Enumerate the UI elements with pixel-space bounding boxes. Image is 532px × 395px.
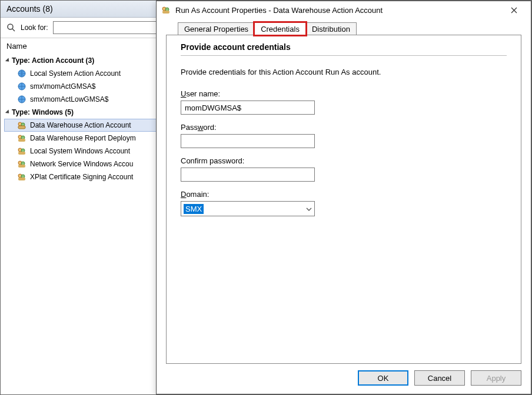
ok-button[interactable]: OK bbox=[358, 370, 408, 386]
username-input[interactable] bbox=[181, 101, 315, 115]
list-item-label: Data Warehouse Action Account bbox=[30, 121, 131, 129]
svg-rect-10 bbox=[18, 139, 25, 142]
tab-distribution[interactable]: Distribution bbox=[305, 22, 357, 35]
account-icon bbox=[17, 159, 26, 169]
svg-rect-13 bbox=[18, 152, 25, 155]
confirm-password-label: Confirm password: bbox=[181, 156, 507, 165]
svg-rect-16 bbox=[18, 165, 25, 168]
list-item-label: Local System Action Account bbox=[30, 69, 121, 78]
list-item[interactable]: Local System Action Account bbox=[4, 67, 173, 80]
list-item-label: smx\momActGMSA$ bbox=[30, 82, 95, 91]
domain-label: Domain: bbox=[181, 190, 507, 199]
account-icon bbox=[17, 146, 26, 156]
account-icon bbox=[17, 120, 26, 130]
domain-selected-value: SMX bbox=[184, 204, 204, 214]
credentials-blurb: Provide credentials for this Action Acco… bbox=[181, 68, 507, 76]
list-item[interactable]: smx\momActLowGMSA$ bbox=[4, 93, 173, 106]
username-label: User name: bbox=[181, 89, 507, 98]
globe-icon bbox=[17, 69, 26, 78]
titlebar[interactable]: Run As Account Properties - Data Warehou… bbox=[157, 1, 531, 19]
search-icon bbox=[6, 23, 16, 32]
group-action-account[interactable]: Type: Action Account (3) bbox=[4, 54, 173, 67]
list-item[interactable]: Data Warehouse Report Deploym bbox=[4, 132, 173, 145]
svg-rect-19 bbox=[18, 178, 25, 180]
list-item-label: smx\momActLowGMSA$ bbox=[30, 95, 108, 103]
list-item-label: XPlat Certificate Signing Account bbox=[30, 173, 133, 181]
name-column-header[interactable]: Name bbox=[1, 38, 177, 54]
list-item[interactable]: Data Warehouse Action Account bbox=[4, 119, 173, 132]
chevron-down-icon bbox=[306, 205, 312, 213]
confirm-password-input[interactable] bbox=[181, 168, 315, 182]
tab-general-properties[interactable]: General Properties bbox=[178, 22, 255, 35]
list-item[interactable]: Local System Windows Account bbox=[4, 145, 173, 158]
close-icon bbox=[511, 7, 517, 14]
password-input[interactable] bbox=[181, 134, 315, 148]
list-item[interactable]: smx\momActGMSA$ bbox=[4, 80, 173, 93]
password-label: Password: bbox=[181, 123, 507, 132]
accounts-panel: Accounts (8) Look for: Name Type: Action… bbox=[1, 1, 177, 394]
tab-credentials[interactable]: Credentials bbox=[254, 22, 306, 35]
tab-body: Provide account credentials Provide cred… bbox=[166, 35, 521, 364]
close-button[interactable] bbox=[501, 2, 526, 18]
dialog-title: Run As Account Properties - Data Warehou… bbox=[175, 6, 497, 15]
globe-icon bbox=[17, 95, 26, 104]
domain-combobox[interactable]: SMX bbox=[181, 201, 315, 216]
group-label: Type: Windows (5) bbox=[12, 108, 74, 116]
group-windows[interactable]: Type: Windows (5) bbox=[4, 106, 173, 119]
look-for-input[interactable] bbox=[53, 21, 171, 34]
list-item-label: Local System Windows Account bbox=[30, 147, 130, 155]
apply-button: Apply bbox=[471, 370, 521, 386]
properties-dialog: Run As Account Properties - Data Warehou… bbox=[156, 1, 531, 394]
account-icon bbox=[17, 172, 26, 182]
svg-rect-7 bbox=[18, 126, 25, 129]
dialog-icon bbox=[161, 5, 171, 15]
list-item[interactable]: XPlat Certificate Signing Account bbox=[4, 170, 173, 183]
svg-line-1 bbox=[12, 29, 15, 31]
expand-icon bbox=[5, 109, 11, 115]
tab-strip: General Properties Credentials Distribut… bbox=[157, 19, 531, 35]
dialog-button-row: OK Cancel Apply bbox=[157, 364, 531, 394]
account-icon bbox=[17, 133, 26, 143]
list-item-label: Network Service Windows Accou bbox=[30, 160, 133, 168]
svg-point-0 bbox=[8, 24, 13, 29]
svg-rect-22 bbox=[162, 11, 169, 14]
expand-icon bbox=[5, 58, 11, 63]
accounts-tree: Type: Action Account (3) Local System Ac… bbox=[1, 54, 177, 183]
look-for-label: Look for: bbox=[21, 24, 48, 32]
globe-icon bbox=[17, 82, 26, 91]
list-item-label: Data Warehouse Report Deploym bbox=[30, 134, 136, 142]
cancel-button[interactable]: Cancel bbox=[414, 370, 465, 386]
group-label: Type: Action Account (3) bbox=[12, 56, 94, 65]
section-title: Provide account credentials bbox=[181, 40, 507, 56]
accounts-header: Accounts (8) bbox=[1, 1, 177, 18]
list-item[interactable]: Network Service Windows Accou bbox=[4, 158, 173, 170]
